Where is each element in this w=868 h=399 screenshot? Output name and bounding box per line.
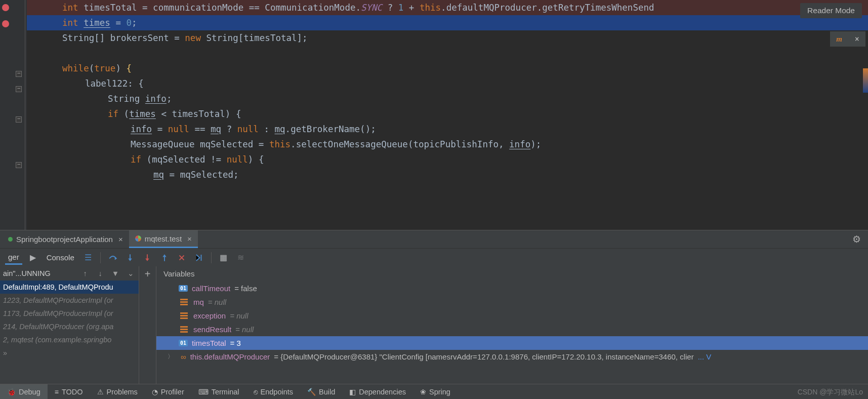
code-text: ==	[189, 124, 211, 134]
endpoints-icon: ⎋	[254, 388, 258, 396]
run-to-cursor-icon[interactable]	[192, 251, 205, 264]
todo-icon: ≡	[55, 388, 59, 396]
fold-icon[interactable]	[16, 116, 22, 123]
code-text: (	[89, 63, 95, 73]
variable-row[interactable]: exception = null	[156, 309, 868, 323]
stack-frame[interactable]: 214, DefaultMQProducer (org.apa	[0, 320, 139, 333]
tab-debugger[interactable]: ger	[5, 251, 22, 265]
code-text: = mqSelected;	[164, 170, 239, 180]
code-editor[interactable]: int timesTotal = communicationMode == Co…	[27, 0, 868, 230]
variables-header: Variables	[156, 266, 868, 282]
stack-frame[interactable]: 2, mqtest (com.example.springbo	[0, 333, 139, 346]
chevron-down-icon[interactable]: ⌄	[126, 269, 136, 277]
bottom-tab-debug[interactable]: 🐞Debug	[0, 384, 48, 399]
fold-icon[interactable]	[16, 71, 22, 77]
bottom-tab-build[interactable]: 🔨Build	[300, 384, 342, 399]
chevron-right-icon[interactable]: 〉	[168, 352, 174, 361]
bottom-tab-spring[interactable]: ❀Spring	[413, 384, 458, 399]
tab-console[interactable]: Console	[44, 251, 77, 264]
gear-icon[interactable]: ⚙	[852, 233, 861, 245]
fold-icon[interactable]	[16, 86, 22, 92]
stack-frame[interactable]: DefaultImpl:489, DefaultMQProdu	[0, 281, 139, 294]
variable-name: mq	[193, 298, 204, 306]
bottom-tab-label: Terminal	[212, 388, 239, 396]
variable-row[interactable]: mq = null	[156, 295, 868, 309]
breakpoint-icon[interactable]	[2, 4, 9, 11]
dependencies-icon: ◧	[349, 388, 356, 396]
variable-row[interactable]: 01timesTotal = 3	[156, 336, 868, 350]
code-text: info	[145, 94, 167, 104]
frames-thread-label[interactable]: ain"...UNNING	[3, 269, 75, 277]
code-text: while	[62, 63, 89, 73]
stack-frame[interactable]: 1223, DefaultMQProducerImpl (or	[0, 294, 139, 307]
mid-column: +	[139, 266, 156, 384]
int-badge-icon: 01	[179, 285, 188, 292]
bottom-toolbar: 🐞Debug≡TODO⚠Problems◔Profiler⌨Terminal⎋E…	[0, 384, 868, 399]
variable-row[interactable]: 01callTimeout = false	[156, 282, 868, 295]
close-icon[interactable]: ×	[185, 234, 192, 243]
maven-widget[interactable]: m ×	[830, 31, 865, 47]
variable-value: = {DefaultMQProducer@6381} "ClientConfig…	[274, 352, 693, 361]
variable-value: = 3	[230, 339, 241, 347]
more-frames-icon[interactable]: »	[0, 346, 139, 360]
step-out-icon[interactable]	[158, 251, 171, 264]
code-text: mq	[153, 170, 164, 180]
code-text: .selectOneMessageQueue(topicPublishInfo,	[291, 139, 509, 149]
variable-name: this.defaultMQProducer	[190, 352, 270, 361]
variable-value: = null	[230, 311, 248, 320]
code-text: String[timesTotal];	[201, 33, 308, 43]
watermark: CSDN @学习微站Lo	[798, 388, 863, 397]
breakpoint-icon[interactable]	[2, 20, 9, 27]
variable-row[interactable]: sendResult = null	[156, 323, 868, 336]
variable-value: = false	[234, 284, 257, 293]
close-icon[interactable]: ×	[116, 235, 123, 244]
drop-frame-icon[interactable]	[175, 251, 188, 264]
debugger-toolbar: ger ▶ Console ☰ ▦ ≋	[0, 248, 868, 266]
run-tab-springboot[interactable]: SpringbootprojectApplication ×	[2, 230, 129, 248]
variable-name: timesTotal	[192, 339, 226, 347]
reader-mode-button[interactable]: Reader Mode	[800, 3, 862, 18]
code-text: )	[115, 63, 126, 73]
run-tab-label: SpringbootprojectApplication	[16, 235, 113, 244]
step-into-icon[interactable]	[123, 251, 137, 264]
bottom-tab-endpoints[interactable]: ⎋Endpoints	[246, 384, 301, 399]
bottom-tab-problems[interactable]: ⚠Problems	[90, 384, 145, 399]
bottom-tab-profiler[interactable]: ◔Profiler	[145, 384, 191, 399]
trace-icon: ≋	[234, 251, 247, 264]
force-step-into-icon[interactable]	[141, 251, 154, 264]
code-text: ;	[132, 18, 137, 28]
arrow-down-icon[interactable]: ↓	[95, 269, 105, 277]
field-badge-icon	[180, 329, 188, 330]
bottom-tab-todo[interactable]: ≡TODO	[48, 384, 90, 399]
build-icon: 🔨	[307, 388, 316, 396]
fold-icon[interactable]	[16, 162, 22, 168]
stack-frame[interactable]: 1173, DefaultMQProducerImpl (or	[0, 307, 139, 320]
code-text: times	[84, 18, 110, 28]
variable-name: exception	[193, 311, 226, 320]
evaluate-expression-icon[interactable]: ▦	[217, 251, 230, 264]
add-icon[interactable]: +	[139, 266, 156, 280]
code-text: ?	[221, 124, 237, 134]
code-text: ;	[167, 94, 172, 104]
fold-column	[14, 0, 25, 230]
close-icon[interactable]: ×	[855, 34, 859, 44]
variable-row[interactable]: 〉∞this.defaultMQProducer = {DefaultMQPro…	[156, 350, 868, 364]
bottom-tab-dependencies[interactable]: ◧Dependencies	[342, 384, 413, 399]
scrollbar-marker[interactable]	[863, 68, 868, 93]
code-text: new	[185, 33, 201, 43]
terminal-icon: ⌨	[198, 388, 209, 396]
code-text: ) {	[248, 154, 264, 165]
step-over-icon[interactable]	[106, 251, 119, 264]
code-text: String[] brokersSent =	[62, 33, 185, 43]
arrow-up-icon[interactable]: ↑	[80, 269, 90, 277]
code-text: if	[131, 154, 141, 165]
bottom-tab-label: Spring	[429, 388, 450, 396]
variable-value: = null	[235, 325, 254, 334]
code-text: {	[126, 63, 132, 73]
bottom-tab-terminal[interactable]: ⌨Terminal	[191, 384, 246, 399]
code-text: SYNC	[361, 3, 382, 13]
run-tab-mqtest[interactable]: mqtest.test ×	[129, 230, 198, 248]
bottom-tab-label: Dependencies	[359, 388, 406, 396]
layout-icon[interactable]: ☰	[81, 251, 95, 264]
filter-icon[interactable]: ▼	[110, 269, 120, 277]
